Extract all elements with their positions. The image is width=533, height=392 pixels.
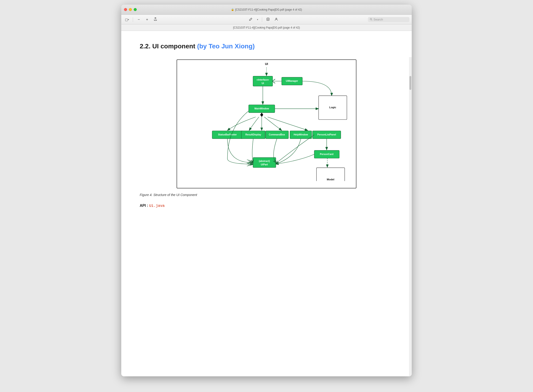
api-label: API <box>140 204 146 208</box>
svg-text:CommandBox: CommandBox <box>269 133 285 136</box>
window-title: [CS2103T-F11-4][Cooking Papa]DG.pdf (pag… <box>235 8 302 11</box>
search-icon <box>370 18 372 21</box>
scrollbar-thumb[interactable] <box>409 76 411 90</box>
zoom-in-button[interactable]: + <box>144 17 151 23</box>
svg-text:«Interface»: «Interface» <box>257 79 269 81</box>
section-heading: 2.2. UI component (by Teo Jun Xiong) <box>140 42 393 50</box>
svg-marker-17 <box>260 113 263 117</box>
minimize-button[interactable] <box>129 8 132 11</box>
api-line: API : Ui.java <box>140 204 393 208</box>
svg-text:PersonCard: PersonCard <box>320 153 333 155</box>
figure-caption: Figure 4. Structure of the UI Component <box>140 193 393 197</box>
section-author: (by Teo Jun Xiong) <box>197 43 255 50</box>
toolbar: ▢ ▾ − + ▾ <box>121 15 412 24</box>
page-tab-label: [CS2103T-F11-4][Cooking Papa]DG.pdf (pag… <box>233 26 300 29</box>
chevron-down-icon: ▾ <box>257 19 258 21</box>
search-bar[interactable] <box>368 17 409 22</box>
toolbar-separator-2 <box>262 17 262 22</box>
api-link[interactable]: Ui.java <box>149 204 165 208</box>
svg-point-2 <box>370 18 372 20</box>
window-title-area: 🔒 [CS2103T-F11-4][Cooking Papa]DG.pdf (p… <box>231 8 302 11</box>
edit-button[interactable] <box>247 17 254 23</box>
svg-text:PersonListPanel: PersonListPanel <box>317 133 336 136</box>
svg-text:ResultDisplay: ResultDisplay <box>245 133 261 136</box>
diagram-svg: «Interface» Ui UiManager Logic <box>184 67 349 181</box>
page-tab-bar: [CS2103T-F11-4][Cooking Papa]DG.pdf (pag… <box>121 24 412 31</box>
api-colon: : <box>146 204 149 208</box>
close-button[interactable] <box>124 8 127 11</box>
svg-text:Model: Model <box>327 178 334 181</box>
svg-text:UiPart: UiPart <box>261 163 268 166</box>
section-number: 2.2. UI component <box>140 43 197 50</box>
svg-text:StatusBarFooter: StatusBarFooter <box>218 133 237 136</box>
share-icon <box>153 17 157 22</box>
toolbar-separator-1 <box>133 17 133 22</box>
svg-rect-34 <box>253 158 276 168</box>
svg-text:{abstract}: {abstract} <box>259 160 270 162</box>
person-icon <box>275 18 278 22</box>
traffic-lights <box>124 8 137 11</box>
person-button[interactable] <box>273 17 280 23</box>
diagram-container: UI <box>176 59 357 188</box>
export-icon <box>266 18 270 22</box>
zoom-out-button[interactable]: − <box>135 17 142 23</box>
pencil-icon <box>249 18 252 22</box>
svg-text:UiManager: UiManager <box>286 80 298 82</box>
search-input[interactable] <box>373 18 408 21</box>
scrollbar-track <box>409 57 412 376</box>
svg-text:MainWindow: MainWindow <box>255 107 269 110</box>
svg-point-1 <box>276 18 277 19</box>
maximize-button[interactable] <box>134 8 137 11</box>
sidebar-toggle-button[interactable]: ▢ ▾ <box>124 17 130 23</box>
lock-icon: 🔒 <box>231 8 234 11</box>
edit-dropdown-button[interactable]: ▾ <box>255 17 260 23</box>
export-button[interactable] <box>264 17 271 23</box>
chevron-down-icon: ▾ <box>128 19 129 21</box>
svg-text:Ui: Ui <box>262 82 264 84</box>
app-window: 🔒 [CS2103T-F11-4][Cooking Papa]DG.pdf (p… <box>121 5 412 376</box>
svg-text:HelpWindow: HelpWindow <box>294 133 308 136</box>
zoom-out-icon: − <box>138 18 140 22</box>
document-area: 2.2. UI component (by Teo Jun Xiong) UI <box>121 31 412 376</box>
svg-text:Logic: Logic <box>329 106 336 109</box>
zoom-in-icon: + <box>146 18 148 22</box>
share-button[interactable] <box>152 17 159 23</box>
title-bar: 🔒 [CS2103T-F11-4][Cooking Papa]DG.pdf (p… <box>121 5 412 15</box>
sidebar-icon: ▢ <box>125 18 128 21</box>
diagram-ui-label: UI <box>265 62 268 66</box>
